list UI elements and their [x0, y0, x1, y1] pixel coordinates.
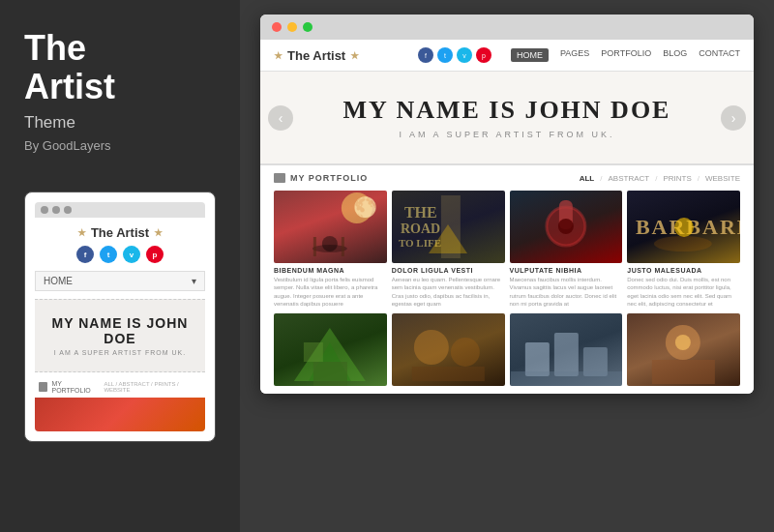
browser-window: ★ The Artist ★ f t v p HOME PAGES PORTFO…	[260, 15, 754, 394]
site-vimeo-icon[interactable]: v	[457, 47, 472, 63]
browser-dot-yellow[interactable]	[287, 22, 297, 32]
facebook-icon[interactable]: f	[76, 246, 94, 263]
mobile-portfolio-filters: ALL / ABSTRACT / PRINTS / WEBSITE	[104, 381, 201, 393]
browser-dot-green[interactable]	[303, 22, 313, 32]
logo-star-right: ★	[350, 50, 359, 61]
svg-text:ROAD: ROAD	[401, 222, 440, 236]
star-right-icon: ★	[154, 227, 163, 238]
svg-point-0	[342, 192, 372, 223]
portfolio-item-3: VULPUTATE NIBHIA Maecenas faucibus molli…	[510, 191, 623, 309]
svg-rect-24	[510, 371, 621, 386]
twitter-icon[interactable]: t	[100, 246, 117, 263]
site-pinterest-icon[interactable]: p	[476, 47, 491, 63]
svg-point-18	[414, 330, 449, 365]
portfolio-item-3-text: Maecenas faucibus mollis interdum. Vivam…	[510, 276, 623, 309]
portfolio-item-1: BIBENDUM MAGNA Vestibulum id ligula port…	[274, 191, 387, 309]
browser-dot-red[interactable]	[272, 22, 282, 32]
portfolio-image-4[interactable]: BARBARELLA	[627, 191, 740, 263]
site-social-icons: f t v p	[418, 47, 491, 63]
svg-text:THE: THE	[404, 204, 437, 221]
portfolio-image-3[interactable]	[510, 191, 623, 263]
sidebar-theme-label: Theme	[24, 113, 216, 133]
filter-website[interactable]: WEBSITE	[705, 174, 740, 183]
svg-rect-21	[524, 342, 549, 376]
hero-section: ‹ MY NAME IS JOHN DOE I AM A SUPER ARTIS…	[260, 72, 754, 164]
mobile-preview: ★ The Artist ★ f t v p HOME ▾ MY NAME IS…	[24, 192, 216, 442]
svg-point-11	[557, 219, 573, 234]
portfolio-item-4: BARBARELLA JUSTO MALESUADA Donec sed odi…	[627, 191, 740, 309]
svg-rect-22	[553, 333, 578, 376]
site-nav: ★ The Artist ★ f t v p HOME PAGES PORTFO…	[260, 40, 754, 72]
portfolio-item-3-title: VULPUTATE NIBHIA	[510, 267, 623, 274]
mobile-dots-bar	[35, 202, 205, 218]
sidebar-author: By GoodLayers	[24, 138, 216, 153]
portfolio-image-5[interactable]	[274, 313, 387, 386]
portfolio-title-icon	[274, 173, 285, 183]
hero-prev-button[interactable]: ‹	[268, 105, 293, 131]
svg-point-27	[675, 335, 691, 350]
portfolio-item-6	[392, 313, 505, 386]
svg-rect-17	[304, 342, 323, 362]
mobile-social-bar: f t v p	[35, 246, 205, 263]
mobile-dot-2	[52, 206, 60, 214]
logo-star-left: ★	[274, 50, 283, 61]
nav-home[interactable]: HOME	[511, 48, 549, 62]
portfolio-item-2: THE ROAD TO LIFE DOLOR LIGULA VESTI Aene…	[392, 191, 505, 309]
portfolio-item-1-text: Vestibulum id ligula porta felis euismod…	[274, 276, 387, 309]
mobile-portfolio-bar: MY PORTFOLIO ALL / ABSTRACT / PRINTS / W…	[35, 372, 205, 398]
mobile-nav-title: ★ The Artist ★	[35, 225, 205, 240]
filter-prints[interactable]: PRINTS	[663, 174, 691, 183]
star-left-icon: ★	[77, 227, 86, 238]
portfolio-image-8[interactable]	[627, 313, 740, 386]
portfolio-item-7	[510, 313, 623, 386]
nav-portfolio[interactable]: PORTFOLIO	[601, 48, 651, 62]
portfolio-item-1-title: BIBENDUM MAGNA	[274, 267, 387, 274]
hero-next-button[interactable]: ›	[721, 105, 746, 131]
nav-pages[interactable]: PAGES	[560, 48, 589, 62]
nav-blog[interactable]: BLOG	[663, 48, 687, 62]
portfolio-grid-row2	[274, 313, 740, 386]
browser-chrome-bar	[260, 15, 754, 40]
filter-sep-2: /	[655, 174, 657, 183]
svg-rect-16	[313, 362, 347, 386]
svg-text:BARBARELLA: BARBARELLA	[636, 215, 740, 239]
mobile-dot-1	[41, 206, 48, 214]
portfolio-image-7[interactable]	[510, 313, 623, 386]
svg-text:TO LIFE: TO LIFE	[399, 237, 441, 249]
portfolio-filters: ALL / ABSTRACT / PRINTS / WEBSITE	[580, 174, 740, 183]
main-content: ★ The Artist ★ f t v p HOME PAGES PORTFO…	[240, 0, 774, 532]
site-logo: ★ The Artist ★	[274, 48, 418, 63]
hero-title: MY NAME IS JOHN DOE	[274, 96, 740, 125]
portfolio-item-2-title: DOLOR LIGULA VESTI	[392, 267, 505, 274]
filter-abstract[interactable]: ABSTRACT	[609, 174, 650, 183]
svg-rect-20	[412, 367, 485, 381]
svg-rect-26	[652, 360, 715, 384]
sidebar: The Artist Theme By GoodLayers ★ The Art…	[0, 0, 240, 532]
portfolio-section-title: MY PORTFOLIO	[274, 173, 368, 183]
filter-sep-3: /	[698, 174, 700, 183]
hero-subtitle: I AM A SUPER ARTIST FROM UK.	[274, 130, 740, 139]
site-facebook-icon[interactable]: f	[418, 47, 433, 63]
pinterest-icon[interactable]: p	[146, 246, 164, 263]
mobile-red-section	[35, 398, 205, 431]
nav-contact[interactable]: CONTACT	[699, 48, 740, 62]
filter-all[interactable]: ALL	[580, 174, 595, 183]
portfolio-item-2-text: Aenean eu leo quam. Pellentesque ornare …	[392, 276, 505, 309]
sidebar-theme-title: The Artist	[24, 29, 216, 105]
chevron-down-icon: ▾	[192, 276, 196, 286]
site-nav-links: HOME PAGES PORTFOLIO BLOG CONTACT	[511, 48, 740, 62]
vimeo-icon[interactable]: v	[123, 246, 140, 263]
svg-rect-4	[342, 237, 344, 256]
site-twitter-icon[interactable]: t	[437, 47, 453, 63]
portfolio-image-2[interactable]: THE ROAD TO LIFE	[392, 191, 505, 263]
portfolio-item-4-text: Donec sed odio dui. Duis mollis, est non…	[627, 276, 740, 309]
mobile-dot-3	[64, 206, 72, 214]
portfolio-image-6[interactable]	[392, 313, 505, 386]
portfolio-image-1[interactable]	[274, 191, 387, 263]
portfolio-item-4-title: JUSTO MALESUADA	[627, 267, 740, 274]
svg-point-13	[654, 236, 712, 251]
portfolio-section: MY PORTFOLIO ALL / ABSTRACT / PRINTS / W…	[260, 165, 754, 394]
mobile-hero-section: MY NAME IS JOHN DOE I AM A SUPER ARTIST …	[35, 299, 205, 372]
mobile-nav-dropdown[interactable]: HOME ▾	[35, 271, 205, 291]
svg-point-19	[451, 338, 480, 367]
